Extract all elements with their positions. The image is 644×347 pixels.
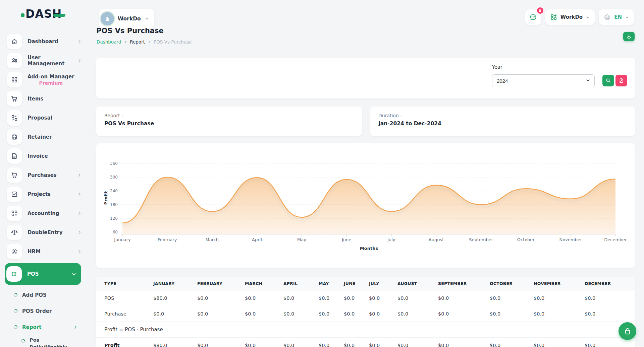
- duration-summary-card: Duration : Jan-2024 to Dec-2024: [370, 107, 635, 136]
- value-cell: $0.0: [336, 306, 361, 322]
- chat-bubble-icon: [529, 13, 537, 21]
- chevron-right-icon: [77, 230, 82, 235]
- svg-text:March: March: [205, 237, 219, 242]
- sidebar-item-accounting[interactable]: Accounting: [0, 206, 87, 221]
- svg-text:October: October: [517, 237, 535, 242]
- value-cell: $0.0: [361, 290, 389, 306]
- workspace-switcher[interactable]: WorkDo: [99, 9, 154, 29]
- sidebar-item-items[interactable]: Items: [0, 91, 87, 107]
- sidebar-subitem-report[interactable]: Report: [0, 321, 87, 334]
- sidebar-item-doubleentry[interactable]: DoubleEntry: [0, 225, 87, 240]
- sidebar-item-label: HRM: [28, 249, 41, 255]
- breadcrumb: Dashboard › Report › POS Vs Purchase: [97, 39, 192, 45]
- sidebar-item-label: User Management: [28, 55, 72, 67]
- sidebar-subitem-pos-daily-monthly-report[interactable]: Pos Daily/Monthly Report: [0, 337, 87, 347]
- svg-text:June: June: [341, 237, 351, 242]
- value-cell: $0.0: [189, 338, 237, 347]
- chevron-right-icon: [77, 211, 82, 216]
- value-cell: $0.0: [361, 338, 389, 347]
- value-cell: $0.0: [189, 306, 237, 322]
- cart-icon: [7, 91, 22, 107]
- workspace-label: WorkDo: [118, 16, 141, 22]
- sidebar-item-add-on-manager[interactable]: Add-on ManagerPremium: [0, 72, 87, 87]
- bullet-ring-icon: [13, 292, 18, 298]
- svg-text:December: December: [604, 237, 627, 242]
- sidebar-item-user-management[interactable]: User Management: [0, 53, 87, 68]
- value-cell: $0.0: [389, 306, 430, 322]
- column-header: APRIL: [275, 277, 311, 290]
- addon-icon: [7, 72, 22, 87]
- sidebar-item-retainer[interactable]: Retainer: [0, 129, 87, 145]
- posgrid-icon: [6, 266, 22, 282]
- page-title: POS Vs Purchase: [96, 27, 164, 35]
- search-button[interactable]: [602, 75, 614, 86]
- chart-xlabel: Months: [360, 246, 378, 251]
- sidebar-item-projects[interactable]: Projects: [0, 187, 87, 202]
- value-cell: $0.0: [482, 306, 526, 322]
- svg-text:July: July: [387, 237, 395, 242]
- chevron-down-icon: [145, 16, 149, 21]
- shopping-bag-icon: [624, 327, 632, 335]
- value-cell: $0.0: [189, 290, 237, 306]
- value-cell: $0.0: [145, 306, 189, 322]
- value-cell: $0.0: [311, 306, 336, 322]
- svg-text:January: January: [114, 237, 131, 242]
- language-selector[interactable]: EN: [599, 9, 634, 25]
- sidebar-subitem-label: Report: [22, 324, 41, 330]
- svg-text:360: 360: [110, 161, 118, 166]
- workspace-avatar: [101, 12, 114, 25]
- download-button[interactable]: [623, 32, 635, 41]
- svg-text:September: September: [469, 237, 493, 242]
- column-header: TYPE: [96, 277, 145, 290]
- logo-accent-dot: [21, 13, 24, 17]
- sidebar-item-pos[interactable]: POS: [5, 263, 81, 285]
- sidebar-item-invoice[interactable]: Invoice: [0, 148, 87, 164]
- value-cell: $0.0: [311, 338, 336, 347]
- sidebar-item-label: DoubleEntry: [28, 229, 63, 235]
- apps-grid-icon: [550, 13, 557, 21]
- sidebar-subitem-pos-order[interactable]: POS Order: [0, 304, 87, 318]
- report-table-card: TYPEJANUARYFEBRUARYMARCHAPRILMAYJUNEJULY…: [96, 277, 635, 347]
- topbar-actions: 0 WorkDo EN: [525, 9, 634, 25]
- accounting-icon: [7, 206, 22, 221]
- home-icon: [7, 34, 22, 49]
- messages-button[interactable]: 0: [525, 9, 541, 25]
- svg-text:240: 240: [110, 189, 118, 193]
- value-cell: $0.0: [526, 306, 577, 322]
- sidebar-item-label: Projects: [28, 191, 51, 197]
- column-header: SEPTEMBER: [430, 277, 482, 290]
- apps-menu-button[interactable]: WorkDo: [545, 9, 595, 25]
- sidebar-subitem-label: POS Order: [22, 308, 52, 314]
- column-header: OCTOBER: [482, 277, 526, 290]
- column-header: MAY: [311, 277, 336, 290]
- sidebar-item-label: Accounting: [28, 210, 59, 216]
- table-row-profit: Profit$80.0$0.0$0.0$0.0$0.0$0.0$0.0$0.0$…: [96, 338, 635, 347]
- svg-text:120: 120: [110, 216, 118, 221]
- type-cell: Purchase: [96, 306, 145, 322]
- profit-formula-note: Profit = POS - Purchase: [96, 322, 635, 338]
- cart-icon: [7, 167, 22, 183]
- chevron-right-icon: [77, 39, 82, 44]
- breadcrumb-dashboard-link[interactable]: Dashboard: [97, 39, 121, 45]
- sidebar-subitem-add-pos[interactable]: Add POS: [0, 288, 87, 302]
- sidebar-item-purchases[interactable]: Purchases: [0, 167, 87, 183]
- sidebar-item-hrm[interactable]: HRM: [0, 244, 87, 259]
- year-select[interactable]: 2024: [492, 74, 595, 87]
- table-row-purchase: Purchase$0.0$0.0$0.0$0.0$0.0$0.0$0.0$0.0…: [96, 306, 635, 322]
- pos-cart-fab[interactable]: [619, 322, 636, 340]
- bullet-ring-icon: [13, 324, 18, 331]
- logo-accent-dash: [53, 14, 65, 17]
- value-cell: $0.0: [336, 290, 361, 306]
- reset-filter-button[interactable]: [615, 75, 627, 86]
- sidebar-subitem-label: Pos Daily/Monthly Report: [30, 337, 73, 347]
- sidebar-item-proposal[interactable]: Proposal: [0, 110, 87, 126]
- breadcrumb-separator: ›: [148, 40, 150, 45]
- table-row-pos: POS$80.0$0.0$0.0$0.0$0.0$0.0$0.0$0.0$0.0…: [96, 290, 635, 306]
- brand-logo[interactable]: DASH: [21, 7, 65, 20]
- sidebar-item-label: Retainer: [28, 134, 52, 140]
- value-cell: $0.0: [430, 306, 482, 322]
- value-cell: $0.0: [275, 338, 311, 347]
- chevron-right-icon: [77, 58, 82, 63]
- sidebar-item-dashboard[interactable]: Dashboard: [0, 34, 87, 49]
- invoice-icon: [7, 148, 22, 164]
